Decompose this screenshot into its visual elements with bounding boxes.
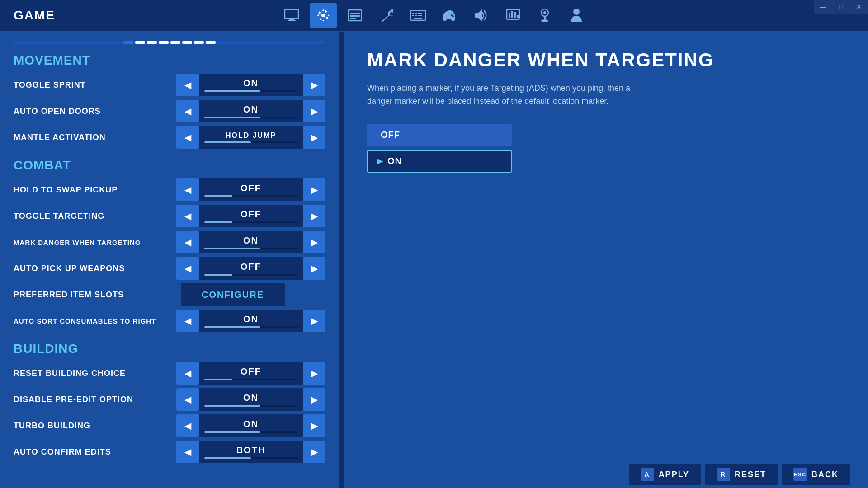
svg-rect-5 [350, 13, 360, 14]
bar-fill-auto-open-doors [204, 117, 260, 118]
control-mark-danger: ◀ ON ▶ [176, 231, 326, 253]
section-movement: MOVEMENT [14, 53, 326, 68]
right-arrow-disable-pre-edit-option[interactable]: ▶ [303, 388, 326, 411]
close-button[interactable]: ✕ [850, 0, 868, 14]
detail-title: MARK DANGER WHEN TARGETING [367, 50, 845, 70]
left-arrow-auto-sort-consumables[interactable]: ◀ [176, 310, 199, 332]
apply-label: APPLY [659, 470, 689, 479]
reset-button[interactable]: R RESET [705, 464, 778, 485]
left-arrow-disable-pre-edit-option[interactable]: ◀ [176, 388, 199, 411]
nav-icon-list[interactable] [341, 3, 368, 28]
right-arrow-mark-danger[interactable]: ▶ [303, 231, 326, 253]
right-arrow-reset-building-choice[interactable]: ▶ [303, 362, 326, 385]
control-mantle-activation: ◀ HOLD JUMP ▶ [176, 126, 326, 149]
nav-icon-person[interactable] [563, 3, 590, 28]
bar-fill-auto-pick-up-weapons [204, 274, 232, 276]
nav-icon-gear[interactable] [310, 3, 337, 28]
configure-button[interactable]: CONFIGURE [181, 283, 285, 306]
right-arrow-toggle-sprint[interactable]: ▶ [303, 74, 326, 96]
control-hold-to-swap-pickup: ◀ OFF ▶ [176, 178, 326, 201]
svg-rect-10 [415, 13, 417, 14]
svg-rect-17 [414, 18, 422, 19]
value-mantle-activation: HOLD JUMP [226, 131, 276, 140]
left-arrow-hold-to-swap-pickup[interactable]: ◀ [176, 178, 199, 201]
option-off[interactable]: OFF [367, 124, 512, 146]
control-turbo-building: ◀ ON ▶ [176, 414, 326, 437]
back-key: Esc [793, 468, 807, 481]
bar-track-turbo-building [204, 431, 298, 433]
svg-rect-25 [544, 16, 546, 20]
setting-turbo-building: TURBO BUILDING ◀ ON ▶ [14, 414, 326, 437]
value-disable-pre-edit-option: ON [243, 393, 259, 403]
apply-button[interactable]: A APPLY [629, 464, 701, 485]
left-arrow-mantle-activation[interactable]: ◀ [176, 126, 199, 149]
panel-divider [339, 32, 344, 488]
right-arrow-auto-confirm-edits[interactable]: ▶ [303, 441, 326, 463]
setting-auto-sort-consumables: AUTO SORT CONSUMABLES TO RIGHT ◀ ON ▶ [14, 309, 326, 333]
left-panel: MOVEMENT TOGGLE SPRINT ◀ ON ▶ AUTO OPEN … [0, 32, 339, 488]
svg-rect-19 [509, 13, 510, 18]
right-arrow-turbo-building[interactable]: ▶ [303, 414, 326, 437]
right-arrow-hold-to-swap-pickup[interactable]: ▶ [303, 178, 326, 201]
control-disable-pre-edit-option: ◀ ON ▶ [176, 388, 326, 411]
svg-rect-14 [415, 15, 417, 16]
bar-track-auto-pick-up-weapons [204, 274, 298, 276]
nav-icon-gamepad[interactable] [436, 3, 463, 28]
nav-icon-monitor[interactable] [278, 3, 305, 28]
maximize-button[interactable]: □ [832, 0, 850, 14]
value-auto-sort-consumables: ON [243, 314, 259, 324]
setting-disable-pre-edit-option: DISABLE PRE-EDIT OPTION ◀ ON ▶ [14, 388, 326, 411]
nav-icon-analytics[interactable] [500, 3, 527, 28]
setting-toggle-targeting: TOGGLE TARGETING ◀ OFF ▶ [14, 204, 326, 228]
right-arrow-auto-sort-consumables[interactable]: ▶ [303, 310, 326, 332]
back-button[interactable]: Esc BACK [782, 464, 850, 485]
bar-track-disable-pre-edit-option [204, 405, 298, 407]
svg-rect-15 [418, 15, 420, 16]
option-on-label: ON [387, 156, 402, 166]
svg-rect-9 [412, 13, 414, 14]
svg-point-26 [541, 19, 548, 22]
nav-icon-wrench[interactable] [373, 3, 400, 28]
left-arrow-auto-confirm-edits[interactable]: ◀ [176, 441, 199, 463]
left-arrow-mark-danger[interactable]: ◀ [176, 231, 199, 253]
left-arrow-auto-pick-up-weapons[interactable]: ◀ [176, 257, 199, 280]
value-auto-pick-up-weapons: OFF [241, 262, 261, 272]
label-toggle-targeting: TOGGLE TARGETING [14, 211, 176, 221]
bar-fill-toggle-sprint [204, 90, 260, 92]
nav-icon-keyboard[interactable] [405, 3, 432, 28]
option-off-label: OFF [381, 130, 400, 140]
right-arrow-mantle-activation[interactable]: ▶ [303, 126, 326, 149]
right-arrow-toggle-targeting[interactable]: ▶ [303, 205, 326, 227]
bar-track-auto-confirm-edits [204, 457, 298, 459]
left-arrow-turbo-building[interactable]: ◀ [176, 414, 199, 437]
bar-track-auto-open-doors [204, 117, 298, 118]
right-arrow-auto-pick-up-weapons[interactable]: ▶ [303, 257, 326, 280]
value-box-auto-pick-up-weapons: OFF [199, 257, 303, 280]
bar-fill-toggle-targeting [204, 221, 232, 223]
value-toggle-targeting: OFF [241, 209, 261, 220]
nav-icon-speaker[interactable] [468, 3, 495, 28]
value-box-toggle-sprint: ON [199, 74, 303, 96]
reset-label: RESET [735, 470, 766, 479]
nav-icons [278, 3, 590, 28]
control-reset-building-choice: ◀ OFF ▶ [176, 362, 326, 385]
svg-rect-1 [289, 19, 294, 20]
value-box-auto-open-doors: ON [199, 100, 303, 122]
nav-icon-joystick[interactable] [531, 3, 558, 28]
right-arrow-auto-open-doors[interactable]: ▶ [303, 100, 326, 122]
value-hold-to-swap-pickup: OFF [241, 183, 261, 193]
section-building: BUILDING [14, 342, 326, 356]
left-arrow-toggle-sprint[interactable]: ◀ [176, 74, 199, 96]
bar-track-reset-building-choice [204, 379, 298, 380]
setting-preferred-item-slots: PREFERRED ITEM SLOTS CONFIGURE [14, 283, 326, 306]
left-arrow-auto-open-doors[interactable]: ◀ [176, 100, 199, 122]
value-reset-building-choice: OFF [241, 366, 261, 377]
minimize-button[interactable]: — [814, 0, 832, 14]
option-on[interactable]: ▶ ON [367, 150, 512, 173]
value-box-auto-confirm-edits: BOTH [199, 441, 303, 463]
left-arrow-reset-building-choice[interactable]: ◀ [176, 362, 199, 385]
bar-fill-disable-pre-edit-option [204, 405, 260, 407]
setting-toggle-sprint: TOGGLE SPRINT ◀ ON ▶ [14, 73, 326, 97]
label-mark-danger: MARK DANGER WHEN TARGETING [14, 239, 176, 246]
left-arrow-toggle-targeting[interactable]: ◀ [176, 205, 199, 227]
